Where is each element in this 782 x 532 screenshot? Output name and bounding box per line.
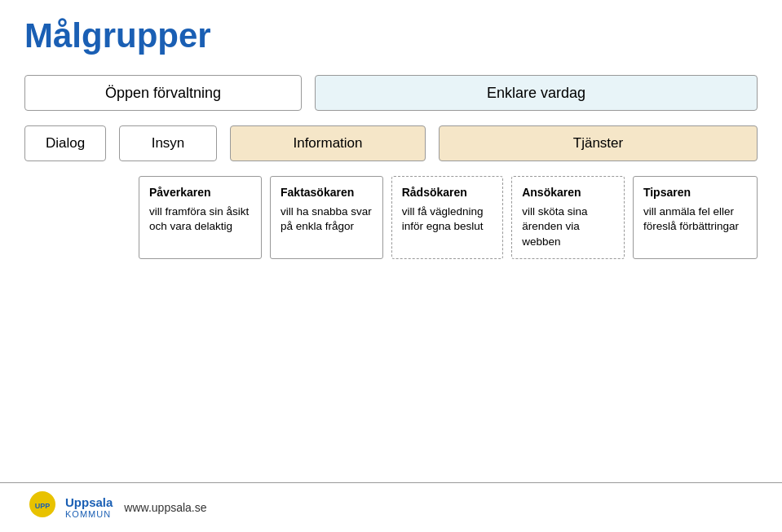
card-radsokaren: Rådsökaren vill få vägledning inför egna… — [391, 176, 503, 259]
box-oppen-forvaltning: Öppen förvaltning — [24, 75, 302, 111]
logo-icon: UPP — [24, 490, 60, 525]
logo-sub: KOMMUN — [65, 509, 113, 519]
box-information: Information — [230, 125, 426, 161]
card-radsokaren-title: Rådsökaren — [402, 185, 493, 201]
footer-url: www.uppsala.se — [124, 501, 206, 514]
insyn-label: Insyn — [152, 135, 185, 152]
card-tipsaren-body: vill anmäla fel eller föreslå förbättrin… — [643, 204, 747, 235]
cards-row: Påverkaren vill framföra sin åsikt och v… — [139, 176, 758, 259]
logo-brand: Uppsala — [65, 496, 113, 510]
information-label: Information — [293, 135, 362, 152]
page: Målgrupper Öppen förvaltning Enklare var… — [0, 0, 782, 308]
tjanster-label: Tjänster — [573, 135, 623, 152]
dialog-label: Dialog — [46, 135, 85, 152]
card-tipsaren-title: Tipsaren — [643, 185, 747, 201]
card-paverkaren-body: vill framföra sin åsikt och vara delakti… — [149, 204, 251, 235]
box-enklare-vardag: Enklare vardag — [315, 75, 758, 111]
box-tjanster: Tjänster — [439, 125, 758, 161]
card-paverkaren: Påverkaren vill framföra sin åsikt och v… — [139, 176, 262, 259]
card-ansokaren-title: Ansökaren — [522, 185, 614, 201]
footer: UPP Uppsala KOMMUN www.uppsala.se — [0, 482, 782, 532]
card-faktasokaren-body: vill ha snabba svar på enkla frågor — [281, 204, 373, 235]
mid-row: Dialog Insyn Information Tjänster — [24, 125, 758, 161]
card-ansokaren-body: vill sköta sina ärenden via webben — [522, 204, 614, 251]
card-paverkaren-title: Påverkaren — [149, 185, 251, 201]
card-faktasokaren-title: Faktasökaren — [281, 185, 373, 201]
card-radsokaren-body: vill få vägledning inför egna beslut — [402, 204, 493, 235]
svg-text:UPP: UPP — [35, 502, 51, 510]
card-tipsaren: Tipsaren vill anmäla fel eller föreslå f… — [633, 176, 758, 259]
footer-logo: UPP Uppsala KOMMUN — [24, 490, 113, 525]
box-dialog: Dialog — [24, 125, 106, 161]
card-ansokaren: Ansökaren vill sköta sina ärenden via we… — [511, 176, 625, 259]
top-row: Öppen förvaltning Enklare vardag — [24, 75, 758, 111]
oppen-forvaltning-label: Öppen förvaltning — [105, 85, 221, 102]
card-faktasokaren: Faktasökaren vill ha snabba svar på enkl… — [270, 176, 383, 259]
enklare-vardag-label: Enklare vardag — [487, 85, 585, 102]
page-title: Målgrupper — [24, 16, 758, 55]
logo-text: Uppsala KOMMUN — [65, 496, 113, 520]
box-insyn: Insyn — [119, 125, 217, 161]
